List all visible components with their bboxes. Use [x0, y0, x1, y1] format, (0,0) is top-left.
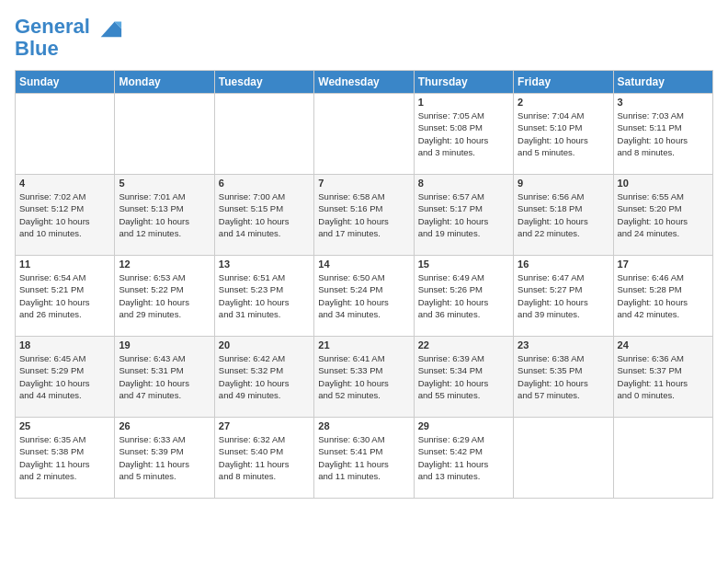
day-number: 11 — [19, 259, 110, 270]
header-cell-tuesday: Tuesday — [214, 71, 313, 94]
day-cell: 26Sunrise: 6:33 AM Sunset: 5:39 PM Dayli… — [115, 418, 214, 499]
day-number: 21 — [318, 339, 409, 350]
day-cell: 4Sunrise: 7:02 AM Sunset: 5:12 PM Daylig… — [16, 175, 115, 256]
header-cell-friday: Friday — [514, 71, 613, 94]
day-number: 29 — [418, 420, 509, 431]
day-number: 9 — [518, 178, 609, 189]
day-info: Sunrise: 6:45 AM Sunset: 5:29 PM Dayligh… — [19, 352, 110, 401]
week-row-2: 4Sunrise: 7:02 AM Sunset: 5:12 PM Daylig… — [16, 175, 713, 256]
day-number: 8 — [418, 178, 509, 189]
day-cell: 22Sunrise: 6:39 AM Sunset: 5:34 PM Dayli… — [414, 337, 513, 418]
day-number: 17 — [618, 259, 709, 270]
day-cell: 15Sunrise: 6:49 AM Sunset: 5:26 PM Dayli… — [414, 256, 513, 337]
day-info: Sunrise: 7:01 AM Sunset: 5:13 PM Dayligh… — [119, 190, 210, 239]
day-info: Sunrise: 6:38 AM Sunset: 5:35 PM Dayligh… — [518, 352, 609, 401]
day-number: 16 — [518, 259, 609, 270]
day-cell: 1Sunrise: 7:05 AM Sunset: 5:08 PM Daylig… — [414, 94, 513, 175]
day-number: 23 — [518, 339, 609, 350]
day-number: 27 — [219, 420, 310, 431]
day-info: Sunrise: 6:54 AM Sunset: 5:21 PM Dayligh… — [19, 271, 110, 320]
page-container: General Blue SundayMondayTuesdayWednesda… — [0, 0, 728, 506]
day-cell: 27Sunrise: 6:32 AM Sunset: 5:40 PM Dayli… — [214, 418, 313, 499]
day-cell: 19Sunrise: 6:43 AM Sunset: 5:31 PM Dayli… — [115, 337, 214, 418]
day-number: 25 — [19, 420, 110, 431]
day-number: 18 — [19, 339, 110, 350]
day-cell — [613, 418, 712, 499]
day-info: Sunrise: 7:03 AM Sunset: 5:11 PM Dayligh… — [618, 109, 709, 158]
day-cell: 14Sunrise: 6:50 AM Sunset: 5:24 PM Dayli… — [314, 256, 414, 337]
day-cell: 21Sunrise: 6:41 AM Sunset: 5:33 PM Dayli… — [314, 337, 414, 418]
day-cell — [314, 94, 414, 175]
header-cell-sunday: Sunday — [16, 71, 115, 94]
day-number: 20 — [219, 339, 310, 350]
day-number: 26 — [119, 420, 210, 431]
day-number: 19 — [119, 339, 210, 350]
day-info: Sunrise: 6:49 AM Sunset: 5:26 PM Dayligh… — [418, 271, 509, 320]
day-cell — [115, 94, 214, 175]
day-cell: 11Sunrise: 6:54 AM Sunset: 5:21 PM Dayli… — [16, 256, 115, 337]
day-number: 5 — [119, 178, 210, 189]
day-cell: 10Sunrise: 6:55 AM Sunset: 5:20 PM Dayli… — [613, 175, 712, 256]
day-info: Sunrise: 6:36 AM Sunset: 5:37 PM Dayligh… — [618, 352, 709, 401]
day-number: 14 — [318, 259, 409, 270]
day-cell: 16Sunrise: 6:47 AM Sunset: 5:27 PM Dayli… — [514, 256, 613, 337]
day-number: 24 — [618, 339, 709, 350]
day-cell: 29Sunrise: 6:29 AM Sunset: 5:42 PM Dayli… — [414, 418, 513, 499]
header-cell-wednesday: Wednesday — [314, 71, 414, 94]
day-info: Sunrise: 6:43 AM Sunset: 5:31 PM Dayligh… — [119, 352, 210, 401]
day-number: 2 — [518, 97, 609, 108]
day-info: Sunrise: 6:32 AM Sunset: 5:40 PM Dayligh… — [219, 433, 310, 482]
logo-icon — [97, 15, 123, 40]
day-number: 12 — [119, 259, 210, 270]
header-cell-monday: Monday — [115, 71, 214, 94]
day-cell: 23Sunrise: 6:38 AM Sunset: 5:35 PM Dayli… — [514, 337, 613, 418]
day-cell — [16, 94, 115, 175]
day-number: 1 — [418, 97, 509, 108]
day-cell — [514, 418, 613, 499]
day-info: Sunrise: 6:33 AM Sunset: 5:39 PM Dayligh… — [119, 433, 210, 482]
calendar-table: SundayMondayTuesdayWednesdayThursdayFrid… — [15, 70, 713, 499]
day-cell: 18Sunrise: 6:45 AM Sunset: 5:29 PM Dayli… — [16, 337, 115, 418]
week-row-5: 25Sunrise: 6:35 AM Sunset: 5:38 PM Dayli… — [16, 418, 713, 499]
day-info: Sunrise: 6:35 AM Sunset: 5:38 PM Dayligh… — [19, 433, 110, 482]
day-info: Sunrise: 6:56 AM Sunset: 5:18 PM Dayligh… — [518, 190, 609, 239]
day-info: Sunrise: 6:46 AM Sunset: 5:28 PM Dayligh… — [618, 271, 709, 320]
day-cell: 28Sunrise: 6:30 AM Sunset: 5:41 PM Dayli… — [314, 418, 414, 499]
day-cell: 17Sunrise: 6:46 AM Sunset: 5:28 PM Dayli… — [613, 256, 712, 337]
day-number: 6 — [219, 178, 310, 189]
day-number: 10 — [618, 178, 709, 189]
day-cell: 2Sunrise: 7:04 AM Sunset: 5:10 PM Daylig… — [514, 94, 613, 175]
day-info: Sunrise: 7:04 AM Sunset: 5:10 PM Dayligh… — [518, 109, 609, 158]
day-cell: 20Sunrise: 6:42 AM Sunset: 5:32 PM Dayli… — [214, 337, 313, 418]
day-info: Sunrise: 6:41 AM Sunset: 5:33 PM Dayligh… — [318, 352, 409, 401]
day-number: 15 — [418, 259, 509, 270]
day-cell: 9Sunrise: 6:56 AM Sunset: 5:18 PM Daylig… — [514, 175, 613, 256]
day-number: 28 — [318, 420, 409, 431]
day-cell — [214, 94, 313, 175]
day-cell: 7Sunrise: 6:58 AM Sunset: 5:16 PM Daylig… — [314, 175, 414, 256]
day-cell: 5Sunrise: 7:01 AM Sunset: 5:13 PM Daylig… — [115, 175, 214, 256]
day-cell: 25Sunrise: 6:35 AM Sunset: 5:38 PM Dayli… — [16, 418, 115, 499]
day-info: Sunrise: 6:53 AM Sunset: 5:22 PM Dayligh… — [119, 271, 210, 320]
day-number: 3 — [618, 97, 709, 108]
day-cell: 12Sunrise: 6:53 AM Sunset: 5:22 PM Dayli… — [115, 256, 214, 337]
day-cell: 24Sunrise: 6:36 AM Sunset: 5:37 PM Dayli… — [613, 337, 712, 418]
day-info: Sunrise: 6:55 AM Sunset: 5:20 PM Dayligh… — [618, 190, 709, 239]
day-info: Sunrise: 6:47 AM Sunset: 5:27 PM Dayligh… — [518, 271, 609, 320]
week-row-4: 18Sunrise: 6:45 AM Sunset: 5:29 PM Dayli… — [16, 337, 713, 418]
day-cell: 6Sunrise: 7:00 AM Sunset: 5:15 PM Daylig… — [214, 175, 313, 256]
day-info: Sunrise: 6:42 AM Sunset: 5:32 PM Dayligh… — [219, 352, 310, 401]
week-row-1: 1Sunrise: 7:05 AM Sunset: 5:08 PM Daylig… — [16, 94, 713, 175]
header-cell-saturday: Saturday — [613, 71, 712, 94]
day-info: Sunrise: 6:58 AM Sunset: 5:16 PM Dayligh… — [318, 190, 409, 239]
day-cell: 8Sunrise: 6:57 AM Sunset: 5:17 PM Daylig… — [414, 175, 513, 256]
day-info: Sunrise: 6:30 AM Sunset: 5:41 PM Dayligh… — [318, 433, 409, 482]
header: General Blue — [15, 15, 713, 61]
day-number: 13 — [219, 259, 310, 270]
day-info: Sunrise: 7:00 AM Sunset: 5:15 PM Dayligh… — [219, 190, 310, 239]
header-row: SundayMondayTuesdayWednesdayThursdayFrid… — [16, 71, 713, 94]
day-info: Sunrise: 7:05 AM Sunset: 5:08 PM Dayligh… — [418, 109, 509, 158]
day-info: Sunrise: 6:29 AM Sunset: 5:42 PM Dayligh… — [418, 433, 509, 482]
header-cell-thursday: Thursday — [414, 71, 513, 94]
day-info: Sunrise: 6:39 AM Sunset: 5:34 PM Dayligh… — [418, 352, 509, 401]
